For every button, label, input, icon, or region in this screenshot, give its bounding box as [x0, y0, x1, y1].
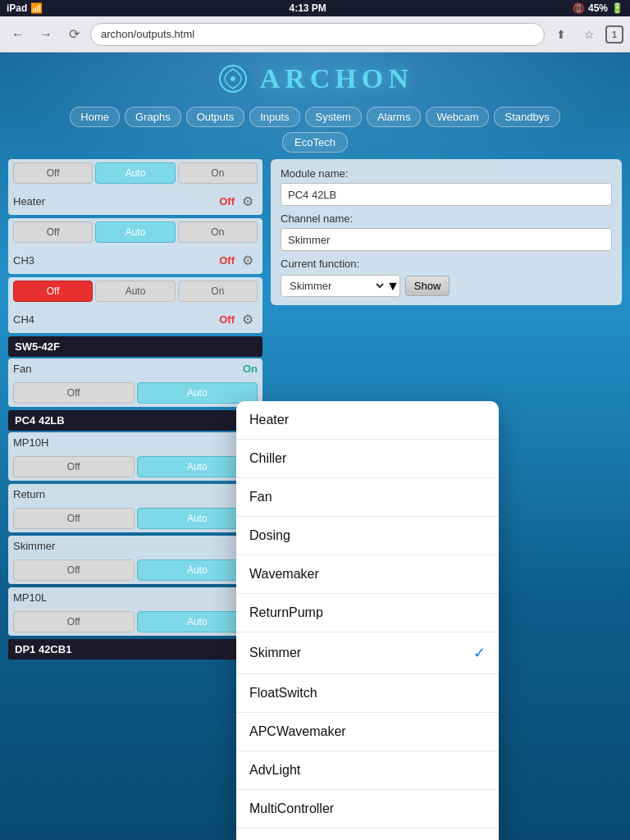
ch3-channel-group: Off Auto On CH3 Off ⚙ — [8, 218, 262, 274]
dropdown-item-multicontroller[interactable]: MultiController — [236, 790, 499, 829]
nav-alarms[interactable]: Alarms — [367, 107, 421, 127]
nav-bar: Home Graphs Outputs Inputs System Alarms… — [0, 102, 630, 132]
nav-system[interactable]: System — [305, 107, 362, 127]
return-channel-row: Return On — [8, 484, 262, 504]
heater-on-btn[interactable]: On — [178, 162, 258, 184]
nav-webcam[interactable]: Webcam — [426, 107, 489, 127]
ch4-auto-btn[interactable]: Auto — [95, 281, 175, 302]
nav-standbys[interactable]: Standbys — [494, 107, 559, 127]
mp10h-channel-group: MP10H On Off Auto — [8, 432, 262, 481]
skimmer-off-btn[interactable]: Off — [13, 559, 135, 581]
multicontroller-option-label: MultiController — [249, 801, 334, 816]
channel-label: Channel name: — [281, 212, 612, 225]
skimmer-channel-row: Skimmer On — [8, 536, 262, 556]
function-dropdown: Heater Chiller Fan Dosing Wavemaker Retu… — [236, 401, 499, 840]
heater-ctrl-row: Off Auto On — [8, 159, 262, 187]
return-off-btn[interactable]: Off — [13, 508, 135, 529]
function-select-wrap: Skimmer Heater Chiller Fan Dosing Wavema… — [281, 275, 400, 297]
ch4-gear-btn[interactable]: ⚙ — [238, 309, 258, 329]
ch4-status: Off — [219, 313, 235, 326]
dropdown-item-fan[interactable]: Fan — [236, 478, 499, 517]
fan-name: Fan — [13, 363, 240, 375]
heater-off-btn[interactable]: Off — [13, 162, 93, 184]
mp10l-off-btn[interactable]: Off — [13, 611, 135, 632]
return-ctrl-row: Off Auto — [8, 504, 262, 532]
fan-auto-btn[interactable]: Auto — [137, 382, 258, 404]
back-button[interactable]: ← — [7, 23, 30, 46]
dp1-header: DP1 42CB1 — [8, 639, 262, 660]
dropdown-item-chiller[interactable]: Chiller — [236, 440, 499, 478]
module-label: Module name: — [281, 167, 612, 180]
dropdown-item-timedcontroller[interactable]: TimedController — [236, 829, 499, 840]
ch3-gear-btn[interactable]: ⚙ — [238, 250, 258, 270]
heater-channel-group: Off Auto On Heater Off ⚙ — [8, 159, 262, 215]
nav-inputs[interactable]: Inputs — [249, 107, 299, 127]
nav-outputs[interactable]: Outputs — [186, 107, 245, 127]
skimmer-channel-group: Skimmer On Off Auto — [8, 536, 262, 584]
heater-channel-row: Heater Off ⚙ — [8, 187, 262, 215]
fan-ctrl-row: Off Auto — [8, 379, 262, 407]
ch3-auto-btn[interactable]: Auto — [95, 221, 175, 243]
ch4-channel-group: Off Auto On CH4 Off ⚙ — [8, 277, 262, 333]
ch3-off-btn[interactable]: Off — [13, 221, 93, 243]
selected-checkmark: ✓ — [473, 644, 486, 662]
pc4-header: PC4 42LB — [8, 410, 262, 431]
return-name: Return — [13, 488, 240, 500]
heater-status: Off — [219, 195, 235, 208]
share-button[interactable]: ⬆ — [550, 23, 573, 46]
ch3-on-btn[interactable]: On — [178, 221, 258, 243]
fan-status: On — [243, 363, 258, 375]
bookmark-button[interactable]: ☆ — [578, 23, 600, 46]
time-display: 4:13 PM — [289, 2, 326, 14]
nav-graphs[interactable]: Graphs — [125, 107, 181, 127]
heater-auto-btn[interactable]: Auto — [95, 162, 175, 184]
ch3-status: Off — [219, 254, 235, 267]
dropdown-item-returnpump[interactable]: ReturnPump — [236, 594, 499, 632]
heater-gear-btn[interactable]: ⚙ — [238, 191, 258, 211]
dropdown-item-advlight[interactable]: AdvLight — [236, 751, 499, 790]
svg-point-1 — [231, 76, 235, 81]
ch3-ctrl-row: Off Auto On — [8, 218, 262, 246]
logo-text: ARCHON — [260, 63, 413, 94]
dropdown-item-wavemaker[interactable]: Wavemaker — [236, 555, 499, 594]
mp10h-off-btn[interactable]: Off — [13, 456, 135, 477]
show-button[interactable]: Show — [405, 276, 450, 296]
url-bar[interactable] — [90, 23, 545, 46]
apcwavemaker-option-label: APCWavemaker — [249, 724, 346, 739]
heater-option-label: Heater — [249, 413, 289, 427]
channel-name-input[interactable] — [281, 228, 612, 251]
status-bar: iPad 📶 4:13 PM 📵 45% 🔋 — [0, 0, 630, 16]
skimmer-ctrl-row: Off Auto — [8, 556, 262, 584]
chiller-option-label: Chiller — [249, 451, 286, 466]
module-name-input[interactable] — [281, 183, 612, 206]
dropdown-item-heater[interactable]: Heater — [236, 401, 499, 440]
ecotech-button[interactable]: EcoTech — [282, 132, 348, 153]
reload-button[interactable]: ⟳ — [62, 23, 85, 46]
battery-level: 45% — [588, 2, 608, 14]
mp10l-channel-row: MP10L On — [8, 587, 262, 608]
dropdown-item-floatswitch[interactable]: FloatSwitch — [236, 674, 499, 713]
wifi-icon: 📶 — [30, 2, 43, 14]
nav-home[interactable]: Home — [70, 107, 120, 127]
advlight-option-label: AdvLight — [249, 763, 300, 778]
battery-icon: 🔋 — [611, 2, 623, 14]
bluetooth-icon: 📵 — [573, 2, 585, 14]
tab-count[interactable]: 1 — [605, 25, 623, 43]
mp10h-channel-row: MP10H On — [8, 432, 262, 453]
mp10h-ctrl-row: Off Auto — [8, 453, 262, 481]
dropdown-item-dosing[interactable]: Dosing — [236, 517, 499, 555]
heater-name: Heater — [13, 195, 216, 208]
skimmer-option-label: Skimmer — [249, 646, 301, 660]
fan-off-btn[interactable]: Off — [13, 382, 135, 404]
dropdown-item-skimmer[interactable]: Skimmer ✓ — [236, 632, 499, 674]
returnpump-option-label: ReturnPump — [249, 605, 323, 620]
forward-button[interactable]: → — [34, 23, 57, 46]
logo-area: ARCHON — [0, 52, 630, 102]
dropdown-item-apcwavemaker[interactable]: APCWavemaker — [236, 713, 499, 751]
main-content: ARCHON Home Graphs Outputs Inputs System… — [0, 52, 630, 840]
floatswitch-option-label: FloatSwitch — [249, 686, 317, 701]
ch4-on-btn[interactable]: On — [178, 281, 258, 302]
carrier-label: iPad — [7, 2, 27, 14]
function-select[interactable]: Skimmer Heater Chiller Fan Dosing Wavema… — [281, 276, 386, 296]
ch4-off-btn[interactable]: Off — [13, 281, 93, 302]
